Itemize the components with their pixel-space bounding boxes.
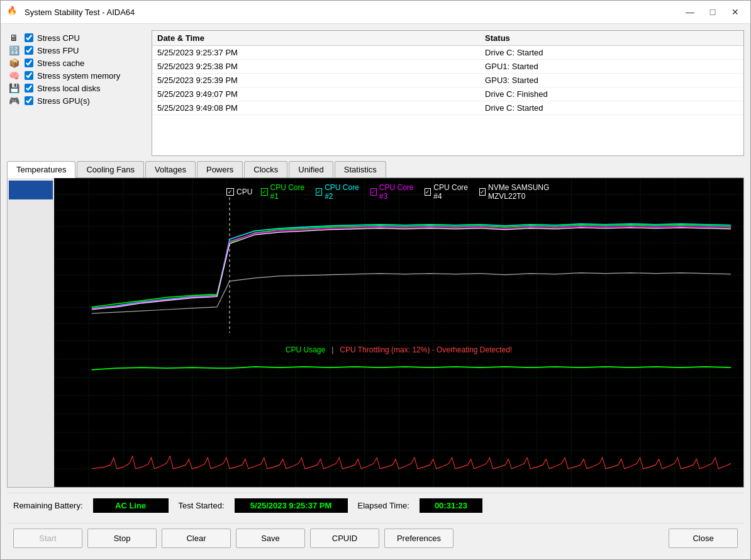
stress-item-gpu: 🎮 Stress GPU(s) xyxy=(7,96,145,106)
app-icon: 🔥 xyxy=(7,6,19,18)
checkbox-cpu[interactable] xyxy=(25,33,33,42)
cpu-usage-label: CPU Usage xyxy=(286,345,325,354)
sidebar-temp-item[interactable] xyxy=(9,181,53,199)
save-button[interactable]: Save xyxy=(236,529,305,548)
status-bar: Remaining Battery: AC Line Test Started:… xyxy=(7,493,744,518)
tab-bar: TemperaturesCooling FansVoltagesPowersCl… xyxy=(7,161,744,178)
legend-core3: ✓ CPU Core #3 xyxy=(370,183,416,201)
table-row[interactable]: 5/25/2023 9:49:08 PMDrive C: Started xyxy=(152,101,743,115)
checkbox-cache[interactable] xyxy=(25,59,33,67)
temperature-chart: ✓ CPU ✓ CPU Core #1 ✓ CPU Core #2 xyxy=(54,178,743,339)
cpuid-button[interactable]: CPUID xyxy=(310,529,379,548)
stop-button[interactable]: Stop xyxy=(87,529,157,548)
stress-item-cache: 📦 Stress cache xyxy=(7,58,145,68)
fpu-icon: 🔢 xyxy=(7,45,21,55)
charts-container: ✓ CPU ✓ CPU Core #1 ✓ CPU Core #2 xyxy=(54,178,744,488)
cpu-usage-svg xyxy=(54,340,743,487)
main-window: 🔥 System Stability Test - AIDA64 — □ ✕ 🖥… xyxy=(0,0,751,560)
temp-chart-svg xyxy=(54,178,743,339)
memory-icon: 🧠 xyxy=(7,70,21,81)
elapsed-value: 00:31:23 xyxy=(420,498,482,513)
main-content: 🖥 Stress CPU 🔢 Stress FPU 📦 Stress cache… xyxy=(1,24,750,559)
label-gpu: Stress GPU(s) xyxy=(37,96,90,106)
tab-cooling_fans[interactable]: Cooling Fans xyxy=(77,161,144,177)
tabs-section: TemperaturesCooling FansVoltagesPowersCl… xyxy=(7,161,744,488)
start-button[interactable]: Start xyxy=(13,529,82,548)
legend-core3-label: CPU Core #3 xyxy=(379,183,416,201)
preferences-button[interactable]: Preferences xyxy=(384,529,453,548)
svg-rect-4 xyxy=(54,340,743,487)
gpu-icon: 🎮 xyxy=(7,96,21,106)
cpu-icon: 🖥 xyxy=(7,33,21,43)
tab-voltages[interactable]: Voltages xyxy=(145,161,196,177)
table-row[interactable]: 5/25/2023 9:49:07 PMDrive C: Finished xyxy=(152,87,743,101)
tab-unified[interactable]: Unified xyxy=(289,161,333,177)
battery-label: Remaining Battery: xyxy=(13,501,83,510)
checkbox-fpu[interactable] xyxy=(25,46,33,55)
temp-legend: ✓ CPU ✓ CPU Core #1 ✓ CPU Core #2 xyxy=(226,183,571,201)
label-cpu: Stress CPU xyxy=(37,33,80,43)
table-row[interactable]: 5/25/2023 9:25:39 PMGPU3: Started xyxy=(152,74,743,87)
close-button[interactable]: ✕ xyxy=(726,6,744,18)
tab-powers[interactable]: Powers xyxy=(197,161,243,177)
legend-core2: ✓ CPU Core #2 xyxy=(316,183,362,201)
cpu-usage-legend: CPU Usage | CPU Throttling (max: 12%) - … xyxy=(286,345,512,354)
window-title: System Stability Test - AIDA64 xyxy=(25,8,676,17)
legend-core1-label: CPU Core #1 xyxy=(270,183,307,201)
table-row[interactable]: 5/25/2023 9:25:37 PMDrive C: Started xyxy=(152,46,743,60)
checkbox-gpu[interactable] xyxy=(25,96,33,105)
tab-clocks[interactable]: Clocks xyxy=(244,161,287,177)
label-cache: Stress cache xyxy=(37,59,84,68)
title-bar: 🔥 System Stability Test - AIDA64 — □ ✕ xyxy=(1,1,750,24)
stress-item-memory: 🧠 Stress system memory xyxy=(7,70,145,81)
legend-nvme: ✓ NVMe SAMSUNG MZVL22T0 xyxy=(479,183,571,201)
col-datetime: Date & Time xyxy=(152,31,480,46)
minimize-button[interactable]: — xyxy=(681,6,699,18)
stress-item-fpu: 🔢 Stress FPU xyxy=(7,45,145,55)
window-controls: — □ ✕ xyxy=(681,6,744,18)
elapsed-label: Elapsed Time: xyxy=(358,501,409,510)
top-section: 🖥 Stress CPU 🔢 Stress FPU 📦 Stress cache… xyxy=(7,30,744,156)
label-disks: Stress local disks xyxy=(37,84,100,93)
clear-button[interactable]: Clear xyxy=(162,529,231,548)
cpu-throttling-label: CPU Throttling (max: 12%) - Overheating … xyxy=(340,345,512,354)
close-button[interactable]: Close xyxy=(669,529,738,548)
checkbox-memory[interactable] xyxy=(25,71,33,80)
disks-icon: 💾 xyxy=(7,83,21,93)
maximize-button[interactable]: □ xyxy=(704,6,721,18)
stress-options: 🖥 Stress CPU 🔢 Stress FPU 📦 Stress cache… xyxy=(7,30,145,156)
label-fpu: Stress FPU xyxy=(37,46,79,55)
chart-sidebar xyxy=(7,178,54,488)
cache-icon: 📦 xyxy=(7,58,21,68)
cpu-usage-chart: CPU Usage | CPU Throttling (max: 12%) - … xyxy=(54,340,743,487)
legend-nvme-label: NVMe SAMSUNG MZVL22T0 xyxy=(488,183,571,201)
svg-rect-1 xyxy=(54,178,743,339)
col-status: Status xyxy=(480,31,743,46)
legend-core4-label: CPU Core #4 xyxy=(433,183,470,201)
test-started-label: Test Started: xyxy=(179,501,225,510)
tab-statistics[interactable]: Statistics xyxy=(335,161,386,177)
legend-cpu-label: CPU xyxy=(236,188,252,196)
legend-cpu: ✓ CPU xyxy=(226,188,252,196)
stress-item-cpu: 🖥 Stress CPU xyxy=(7,33,145,43)
label-memory: Stress system memory xyxy=(37,71,120,81)
table-row[interactable]: 5/25/2023 9:25:38 PMGPU1: Started xyxy=(152,60,743,74)
charts-area: ✓ CPU ✓ CPU Core #1 ✓ CPU Core #2 xyxy=(7,178,744,488)
button-bar: Start Stop Clear Save CPUID Preferences … xyxy=(7,523,744,553)
tab-temperatures[interactable]: Temperatures xyxy=(7,161,75,178)
checkbox-disks[interactable] xyxy=(25,84,33,92)
test-started-value: 5/25/2023 9:25:37 PM xyxy=(235,498,348,513)
battery-value: AC Line xyxy=(93,498,169,513)
stress-item-disks: 💾 Stress local disks xyxy=(7,83,145,93)
log-table[interactable]: Date & Time Status 5/25/2023 9:25:37 PMD… xyxy=(152,30,744,156)
legend-core1: ✓ CPU Core #1 xyxy=(261,183,307,201)
legend-core2-label: CPU Core #2 xyxy=(325,183,361,201)
legend-core4: ✓ CPU Core #4 xyxy=(425,183,470,201)
